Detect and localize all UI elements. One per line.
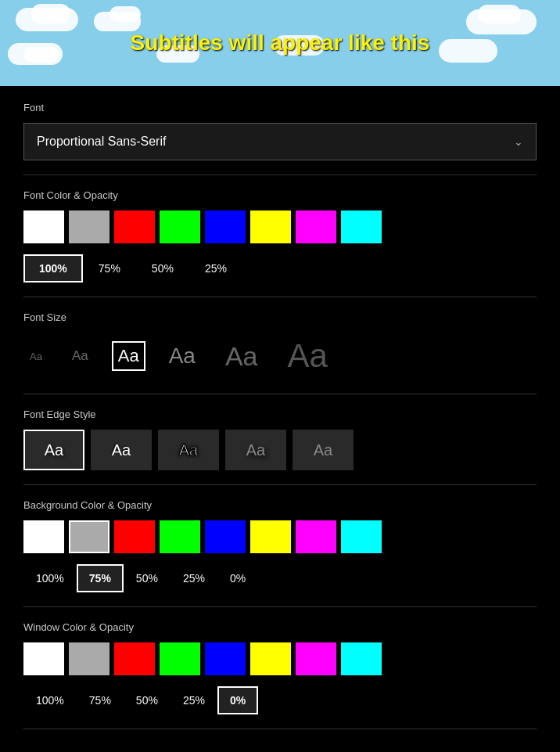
font-size-md[interactable]: Aa (112, 341, 145, 371)
bg-color-white[interactable] (23, 520, 64, 553)
window-color-cyan[interactable] (341, 642, 382, 675)
font-edge-label: Font Edge Style (23, 408, 537, 420)
window-opacity-75[interactable]: 75% (77, 686, 124, 714)
font-color-cyan[interactable] (341, 210, 382, 243)
divider-2 (23, 297, 537, 297)
font-color-magenta[interactable] (296, 210, 336, 243)
window-color-green[interactable] (160, 642, 200, 675)
font-color-swatches (23, 210, 537, 243)
window-opacity-0[interactable]: 0% (217, 686, 258, 714)
divider-3 (23, 394, 537, 394)
window-color-swatches (23, 642, 537, 675)
font-size-label: Font Size (23, 311, 537, 323)
bg-opacity-25[interactable]: 25% (171, 564, 217, 592)
bg-color-red[interactable] (114, 520, 155, 553)
font-opacity-50[interactable]: 50% (136, 254, 189, 282)
edge-style-uniform[interactable]: Aa (158, 430, 219, 470)
bg-color-lightgray[interactable] (69, 520, 109, 553)
font-color-red[interactable] (114, 210, 155, 243)
edge-style-none[interactable]: Aa (293, 430, 354, 470)
edge-style-depressed[interactable]: Aa (91, 430, 152, 470)
divider-5 (23, 606, 537, 607)
divider-4 (23, 484, 537, 485)
font-size-section: Font Size Aa Aa Aa Aa Aa Aa (23, 311, 537, 380)
bg-opacity-50[interactable]: 50% (124, 564, 171, 592)
edge-style-raised[interactable]: Aa (23, 430, 84, 470)
font-dropdown[interactable]: Proportional Sans-Serif ⌄ (23, 123, 537, 160)
font-color-lightgray[interactable] (69, 210, 109, 243)
font-label: Font (23, 102, 537, 113)
font-size-sm[interactable]: Aa (66, 344, 95, 369)
window-opacity-row: 100% 75% 50% 25% 0% (23, 686, 537, 714)
font-size-row: Aa Aa Aa Aa Aa Aa (23, 333, 537, 380)
chevron-down-icon: ⌄ (514, 135, 523, 148)
bg-color-cyan[interactable] (341, 520, 382, 553)
bg-color-yellow[interactable] (250, 520, 291, 553)
window-opacity-100[interactable]: 100% (23, 686, 77, 714)
bg-color-swatches (23, 520, 537, 553)
edge-style-row: Aa Aa Aa Aa Aa (23, 430, 537, 470)
divider-1 (23, 175, 537, 175)
font-color-blue[interactable] (205, 210, 246, 243)
window-color-label: Window Color & Opacity (23, 621, 537, 633)
bg-opacity-row: 100% 75% 50% 25% 0% (23, 564, 537, 592)
preview-text: Subtitles will appear like this (131, 31, 430, 56)
bg-color-magenta[interactable] (296, 520, 336, 553)
bg-color-blue[interactable] (205, 520, 246, 553)
bg-opacity-75[interactable]: 75% (77, 564, 124, 592)
font-opacity-row: 100% 75% 50% 25% (23, 254, 537, 282)
bg-opacity-0[interactable]: 0% (217, 564, 258, 592)
font-color-yellow[interactable] (250, 210, 291, 243)
window-color-red[interactable] (114, 642, 155, 675)
font-opacity-75[interactable]: 75% (83, 254, 136, 282)
font-size-xxl[interactable]: Aa (281, 333, 333, 380)
window-color-white[interactable] (23, 642, 64, 675)
font-color-label: Font Color & Opacity (23, 189, 537, 201)
font-color-green[interactable] (160, 210, 200, 243)
edge-style-dropshadow[interactable]: Aa (225, 430, 286, 470)
font-edge-section: Font Edge Style Aa Aa Aa Aa Aa (23, 408, 537, 470)
font-selected-value: Proportional Sans-Serif (37, 135, 166, 149)
window-opacity-25[interactable]: 25% (171, 686, 217, 714)
window-color-magenta[interactable] (296, 642, 336, 675)
font-size-lg[interactable]: Aa (163, 339, 202, 373)
bg-color-green[interactable] (160, 520, 200, 553)
window-color-lightgray[interactable] (69, 642, 109, 675)
bg-opacity-100[interactable]: 100% (23, 564, 77, 592)
font-color-white[interactable] (23, 210, 64, 243)
preview-banner: Subtitles will appear like this (0, 0, 560, 86)
font-section: Font Proportional Sans-Serif ⌄ (23, 102, 537, 160)
font-size-xl[interactable]: Aa (219, 336, 264, 376)
window-color-section: Window Color & Opacity 100% 75% 50% 25% … (23, 621, 537, 714)
font-opacity-100[interactable]: 100% (23, 254, 83, 282)
bg-color-label: Background Color & Opacity (23, 499, 537, 511)
bg-color-section: Background Color & Opacity 100% 75% 50% … (23, 499, 537, 592)
window-opacity-50[interactable]: 50% (124, 686, 171, 714)
window-color-yellow[interactable] (250, 642, 291, 675)
font-color-section: Font Color & Opacity 100% 75% 50% 25% (23, 189, 537, 282)
divider-6 (23, 729, 537, 729)
font-opacity-25[interactable]: 25% (189, 254, 242, 282)
window-color-blue[interactable] (205, 642, 246, 675)
settings-panel: Font Proportional Sans-Serif ⌄ Font Colo… (0, 86, 560, 752)
font-size-xs[interactable]: Aa (23, 346, 48, 367)
